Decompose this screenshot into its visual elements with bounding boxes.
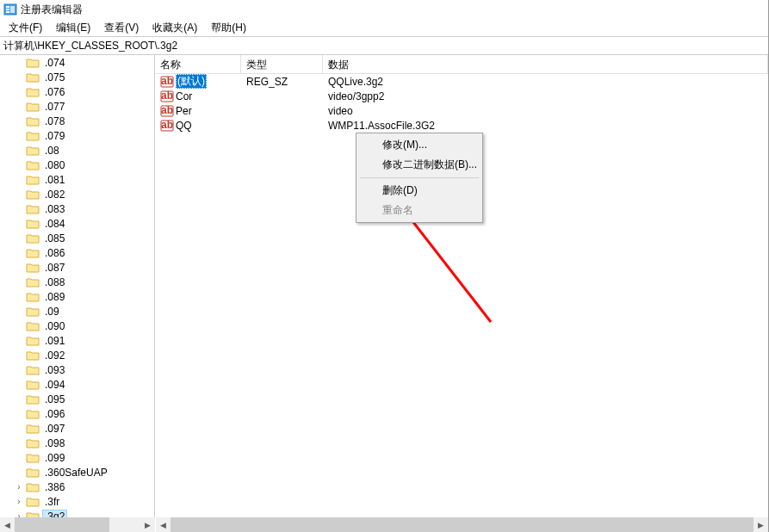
tree-item[interactable]: .360SafeUAP <box>0 465 154 479</box>
folder-icon <box>26 481 40 493</box>
tree-item[interactable]: ›.3g2 <box>0 509 154 517</box>
address-bar[interactable]: 计算机\HKEY_CLASSES_ROOT\.3g2 <box>0 36 768 55</box>
folder-icon <box>26 306 40 318</box>
folder-icon <box>26 232 40 244</box>
col-header-type[interactable]: 类型 <box>241 55 323 73</box>
tree-item-label: .098 <box>43 437 66 449</box>
tree-item[interactable]: .099 <box>0 450 154 465</box>
tree-item-label: .360SafeUAP <box>43 467 109 479</box>
tree-item[interactable]: .09 <box>0 304 154 319</box>
string-value-icon: ab <box>160 75 174 89</box>
tree-item[interactable]: .096 <box>0 406 154 421</box>
menu-item-modify[interactable]: 修改(M)... <box>358 135 481 155</box>
menu-favorites[interactable]: 收藏夹(A) <box>146 19 204 37</box>
tree-item-label: .080 <box>43 159 66 171</box>
tree-item[interactable]: .079 <box>0 128 154 143</box>
string-value-icon: ab <box>160 90 174 103</box>
menu-file[interactable]: 文件(F) <box>2 19 49 37</box>
tree-item[interactable]: .084 <box>0 216 154 231</box>
tree-item[interactable]: .088 <box>0 275 154 289</box>
menu-item-rename[interactable]: 重命名 <box>358 201 481 220</box>
tree-item[interactable]: .093 <box>0 362 154 377</box>
cell-type: REG_SZ <box>241 76 323 88</box>
tree-item[interactable]: .094 <box>0 377 154 392</box>
scroll-right-button[interactable]: ▶ <box>753 517 768 532</box>
tree-item[interactable]: .089 <box>0 289 154 304</box>
tree-item[interactable]: .092 <box>0 348 154 362</box>
list-pane[interactable]: 名称 类型 数据 ab(默认)REG_SZQQLive.3g2abCorvide… <box>155 55 768 517</box>
expander-icon[interactable]: › <box>14 497 24 506</box>
tree-item-label: .099 <box>43 452 66 464</box>
menu-bar: 文件(F) 编辑(E) 查看(V) 收藏夹(A) 帮助(H) <box>0 19 768 36</box>
tree-item[interactable]: .085 <box>0 231 154 245</box>
tree-item[interactable]: .083 <box>0 201 154 216</box>
scroll-thumb[interactable] <box>171 517 753 532</box>
scroll-track[interactable] <box>171 517 753 532</box>
tree-item[interactable]: .082 <box>0 187 154 201</box>
tree-item-label: .078 <box>43 115 66 127</box>
folder-icon <box>26 145 40 157</box>
tree-item-label: .093 <box>43 364 66 376</box>
tree-item[interactable]: ›.3fr <box>0 494 154 509</box>
scroll-left-button[interactable]: ◀ <box>156 517 171 532</box>
tree-item[interactable]: .091 <box>0 333 154 348</box>
value-name: Per <box>176 105 192 117</box>
svg-text:ab: ab <box>161 104 173 116</box>
string-value-icon: ab <box>160 119 174 133</box>
col-header-name[interactable]: 名称 <box>155 55 241 73</box>
tree-item[interactable]: .08 <box>0 143 154 158</box>
scroll-left-button[interactable]: ◀ <box>0 517 15 532</box>
svg-text:ab: ab <box>161 75 173 87</box>
scroll-thumb[interactable] <box>15 517 109 532</box>
svg-rect-3 <box>6 11 9 13</box>
list-row[interactable]: ab(默认)REG_SZQQLive.3g2 <box>155 74 768 89</box>
scroll-track[interactable] <box>15 517 140 532</box>
list-body: ab(默认)REG_SZQQLive.3g2abCorvideo/3gpp2ab… <box>155 74 768 133</box>
menu-separator <box>360 177 479 178</box>
folder-icon <box>26 393 40 405</box>
tree-item[interactable]: .076 <box>0 84 154 99</box>
folder-icon <box>26 335 40 347</box>
list-row[interactable]: abPervideo <box>155 103 768 118</box>
folder-icon <box>26 115 40 127</box>
tree-item[interactable]: .080 <box>0 158 154 172</box>
folder-icon <box>26 71 40 84</box>
tree-item[interactable]: .086 <box>0 245 154 260</box>
menu-item-delete[interactable]: 删除(D) <box>358 181 481 201</box>
tree-item[interactable]: .095 <box>0 392 154 406</box>
tree-item[interactable]: .081 <box>0 172 154 187</box>
scroll-right-button[interactable]: ▶ <box>140 517 155 532</box>
cell-data: QQLive.3g2 <box>323 76 768 88</box>
folder-icon <box>26 437 40 449</box>
tree-item[interactable]: .087 <box>0 260 154 275</box>
tree-hscrollbar[interactable]: ◀ ▶ <box>0 517 155 532</box>
menu-edit[interactable]: 编辑(E) <box>49 19 97 37</box>
svg-text:ab: ab <box>161 90 173 102</box>
tree-item[interactable]: .074 <box>0 55 154 70</box>
tree-item[interactable]: .075 <box>0 70 154 84</box>
expander-icon[interactable]: › <box>14 511 24 517</box>
tree-item-label: .083 <box>43 203 66 215</box>
list-row[interactable]: abQQWMP11.AssocFile.3G2 <box>155 118 768 133</box>
menu-help[interactable]: 帮助(H) <box>204 19 253 37</box>
tree-item-label: .074 <box>43 57 66 69</box>
tree-item-label: .087 <box>43 262 66 274</box>
tree-pane[interactable]: .074.075.076.077.078.079.08.080.081.082.… <box>0 55 155 517</box>
tree-item[interactable]: .078 <box>0 114 154 128</box>
menu-item-modify-binary[interactable]: 修改二进制数据(B)... <box>358 155 481 175</box>
col-header-data[interactable]: 数据 <box>323 55 768 73</box>
list-row[interactable]: abCorvideo/3gpp2 <box>155 89 768 103</box>
folder-icon <box>26 218 40 230</box>
folder-icon <box>26 159 40 171</box>
menu-view[interactable]: 查看(V) <box>97 19 146 37</box>
tree-item-label: .091 <box>43 335 66 347</box>
folder-icon <box>26 452 40 464</box>
tree-item[interactable]: .090 <box>0 319 154 333</box>
tree-item-label: .090 <box>43 320 66 332</box>
tree-item[interactable]: ›.386 <box>0 479 154 494</box>
list-hscrollbar[interactable]: ◀ ▶ <box>156 517 768 532</box>
tree-item[interactable]: .077 <box>0 99 154 114</box>
tree-item[interactable]: .097 <box>0 421 154 436</box>
expander-icon[interactable]: › <box>14 482 24 492</box>
tree-item[interactable]: .098 <box>0 436 154 450</box>
